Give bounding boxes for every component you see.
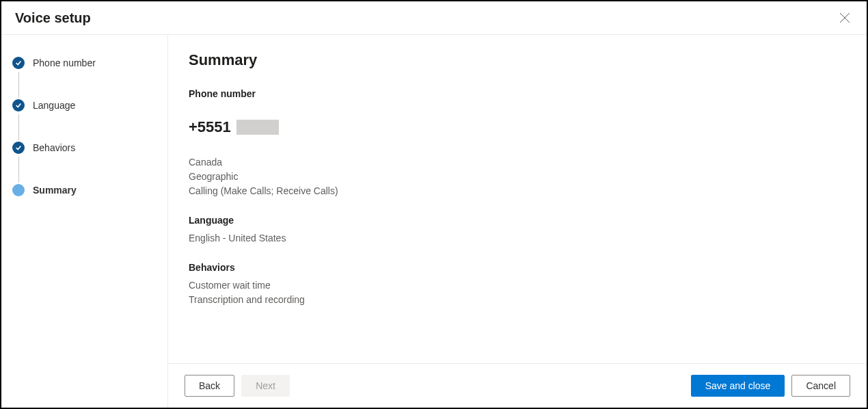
language-section: Language English - United States <box>189 215 846 246</box>
phone-country: Canada <box>189 155 846 170</box>
language-label: Language <box>189 215 846 226</box>
footer-right: Save and close Cancel <box>691 375 850 397</box>
step-label: Summary <box>33 185 77 196</box>
close-icon <box>839 12 850 23</box>
phone-number-label: Phone number <box>189 88 846 99</box>
wizard-sidebar: Phone number Language Behaviors Summary <box>1 35 168 408</box>
step-label: Behaviors <box>33 142 75 153</box>
content-area: Summary Phone number +5551 Canada Geogra… <box>168 35 867 363</box>
phone-number-row: +5551 <box>189 118 846 136</box>
dialog-title: Voice setup <box>15 10 91 26</box>
phone-number-redacted <box>236 120 279 135</box>
step-behaviors[interactable]: Behaviors <box>12 142 157 184</box>
current-step-icon <box>12 184 25 196</box>
phone-capabilities: Calling (Make Calls; Receive Calls) <box>189 184 846 198</box>
dialog-header: Voice setup <box>1 1 867 35</box>
footer-left: Back Next <box>185 375 290 397</box>
phone-type: Geographic <box>189 170 846 184</box>
phone-number-value: +5551 <box>189 118 231 136</box>
dialog-footer: Back Next Save and close Cancel <box>168 363 867 408</box>
check-icon <box>12 142 25 154</box>
close-button[interactable] <box>837 10 853 26</box>
language-value: English - United States <box>189 231 846 246</box>
check-icon <box>12 57 25 69</box>
behavior-item: Transcription and recording <box>189 293 846 307</box>
behavior-item: Customer wait time <box>189 278 846 293</box>
step-phone-number[interactable]: Phone number <box>12 57 157 99</box>
behaviors-section: Behaviors Customer wait time Transcripti… <box>189 262 846 307</box>
main-panel: Summary Phone number +5551 Canada Geogra… <box>168 35 867 408</box>
cancel-button[interactable]: Cancel <box>791 375 850 397</box>
behaviors-label: Behaviors <box>189 262 846 273</box>
step-label: Language <box>33 100 75 111</box>
back-button[interactable]: Back <box>185 375 234 397</box>
dialog-body: Phone number Language Behaviors Summary <box>1 35 867 408</box>
page-title: Summary <box>189 51 846 69</box>
next-button: Next <box>241 375 290 397</box>
save-and-close-button[interactable]: Save and close <box>691 375 785 397</box>
step-label: Phone number <box>33 57 96 68</box>
check-icon <box>12 99 25 111</box>
step-summary[interactable]: Summary <box>12 184 157 196</box>
step-language[interactable]: Language <box>12 99 157 142</box>
